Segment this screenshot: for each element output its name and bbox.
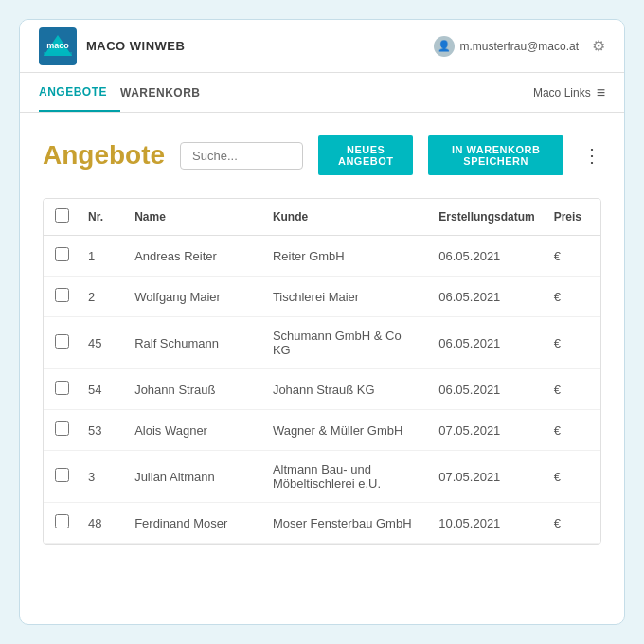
row-nr: 2: [79, 277, 125, 317]
row-checkbox-cell: [44, 369, 79, 410]
row-name: Wolfgang Maier: [125, 277, 263, 317]
row-checkbox-3[interactable]: [55, 381, 69, 395]
svg-text:maco: maco: [46, 41, 69, 50]
col-header-datum: Erstellungsdatum: [429, 199, 544, 236]
row-nr: 54: [79, 369, 125, 410]
maco-logo-icon: maco: [39, 27, 77, 65]
row-name: Johann Strauß: [125, 369, 263, 410]
user-info: 👤 m.musterfrau@maco.at: [434, 36, 579, 57]
row-name: Julian Altmann: [125, 451, 263, 503]
table-row: 45 Ralf Schumann Schumann GmbH & Co KG 0…: [44, 317, 600, 369]
row-datum: 06.05.2021: [429, 236, 544, 277]
row-checkbox-cell: [44, 503, 79, 544]
col-header-name: Name: [125, 199, 263, 236]
row-preis: €: [545, 317, 600, 369]
maco-links-label: Maco Links: [533, 86, 591, 99]
table-row: 3 Julian Altmann Altmann Bau- und Möbelt…: [44, 451, 600, 503]
settings-icon[interactable]: ⚙: [592, 37, 605, 55]
row-nr: 1: [79, 236, 125, 277]
row-kunde: Schumann GmbH & Co KG: [263, 317, 429, 369]
save-to-cart-button[interactable]: IN WARENKORB SPEICHERN: [428, 135, 564, 175]
table-row: 53 Alois Wagner Wagner & Müller GmbH 07.…: [44, 410, 600, 451]
row-checkbox-cell: [44, 236, 79, 277]
table-row: 2 Wolfgang Maier Tischlerei Maier 06.05.…: [44, 277, 600, 317]
row-preis: €: [545, 369, 600, 410]
page-title: Angebote: [43, 140, 165, 170]
row-checkbox-cell: [44, 410, 79, 451]
offers-table-container: Nr. Name Kunde Erstellungsdatum Preis 1 …: [43, 198, 601, 545]
row-datum: 07.05.2021: [429, 410, 544, 451]
row-nr: 3: [79, 451, 125, 503]
row-datum: 07.05.2021: [429, 451, 544, 503]
row-kunde: Tischlerei Maier: [263, 277, 429, 317]
header: maco MACO WINWEB 👤 m.musterfrau@maco.at …: [20, 20, 624, 73]
row-checkbox-2[interactable]: [55, 334, 69, 349]
user-avatar-icon: 👤: [434, 36, 455, 57]
row-checkbox-cell: [44, 451, 79, 503]
new-offer-button[interactable]: NEUES ANGEBOT: [318, 135, 413, 175]
row-name: Ferdinand Moser: [125, 503, 263, 544]
nav-maco-links[interactable]: Maco Links ≡: [533, 84, 605, 101]
nav-item-warenkorb[interactable]: WARENKORB: [120, 73, 214, 112]
row-checkbox-cell: [44, 317, 79, 369]
row-kunde: Wagner & Müller GmbH: [263, 410, 429, 451]
row-name: Alois Wagner: [125, 410, 263, 451]
table-row: 1 Andreas Reiter Reiter GmbH 06.05.2021 …: [44, 236, 600, 277]
row-checkbox-0[interactable]: [55, 247, 69, 261]
app-title: MACO WINWEB: [86, 39, 185, 53]
row-preis: €: [545, 503, 600, 544]
nav-bar: ANGEBOTE WARENKORB Maco Links ≡: [20, 73, 624, 113]
col-header-nr: Nr.: [79, 199, 125, 236]
user-email-text: m.musterfrau@maco.at: [459, 40, 579, 53]
row-nr: 48: [79, 503, 125, 544]
row-nr: 45: [79, 317, 125, 369]
row-name: Andreas Reiter: [125, 236, 263, 277]
row-datum: 10.05.2021: [429, 503, 544, 544]
row-checkbox-6[interactable]: [55, 514, 69, 528]
row-datum: 06.05.2021: [429, 369, 544, 410]
table-body: 1 Andreas Reiter Reiter GmbH 06.05.2021 …: [44, 236, 600, 544]
logo-area: maco MACO WINWEB: [39, 27, 185, 65]
row-checkbox-cell: [44, 277, 79, 317]
hamburger-icon: ≡: [597, 84, 605, 101]
app-container: maco MACO WINWEB 👤 m.musterfrau@maco.at …: [19, 19, 625, 625]
select-all-checkbox[interactable]: [55, 208, 69, 223]
row-kunde: Altmann Bau- und Möbeltischlerei e.U.: [263, 451, 429, 503]
row-preis: €: [545, 451, 600, 503]
row-datum: 06.05.2021: [429, 317, 544, 369]
main-content: Angebote NEUES ANGEBOT IN WARENKORB SPEI…: [20, 113, 624, 624]
table-header-row: Nr. Name Kunde Erstellungsdatum Preis: [44, 199, 600, 236]
col-header-kunde: Kunde: [263, 199, 429, 236]
table-scroll[interactable]: Nr. Name Kunde Erstellungsdatum Preis 1 …: [44, 199, 600, 544]
row-preis: €: [545, 410, 600, 451]
table-row: 54 Johann Strauß Johann Strauß KG 06.05.…: [44, 369, 600, 410]
row-nr: 53: [79, 410, 125, 451]
row-datum: 06.05.2021: [429, 277, 544, 317]
row-kunde: Moser Fensterbau GmbH: [263, 503, 429, 544]
row-kunde: Johann Strauß KG: [263, 369, 429, 410]
offers-table: Nr. Name Kunde Erstellungsdatum Preis 1 …: [44, 199, 600, 544]
search-input[interactable]: [180, 142, 303, 170]
page-header: Angebote NEUES ANGEBOT IN WARENKORB SPEI…: [43, 135, 601, 175]
table-row: 48 Ferdinand Moser Moser Fensterbau GmbH…: [44, 503, 600, 544]
svg-rect-2: [44, 52, 72, 56]
row-checkbox-4[interactable]: [55, 421, 69, 436]
col-checkbox: [44, 199, 79, 236]
col-header-preis: Preis: [545, 199, 600, 236]
nav-item-angebote[interactable]: ANGEBOTE: [39, 73, 120, 112]
row-checkbox-5[interactable]: [55, 468, 69, 482]
more-options-icon[interactable]: ⋮: [582, 144, 601, 167]
row-kunde: Reiter GmbH: [263, 236, 429, 277]
row-checkbox-1[interactable]: [55, 288, 69, 302]
header-right: 👤 m.musterfrau@maco.at ⚙: [434, 36, 605, 57]
row-preis: €: [545, 236, 600, 277]
row-preis: €: [545, 277, 600, 317]
row-name: Ralf Schumann: [125, 317, 263, 369]
